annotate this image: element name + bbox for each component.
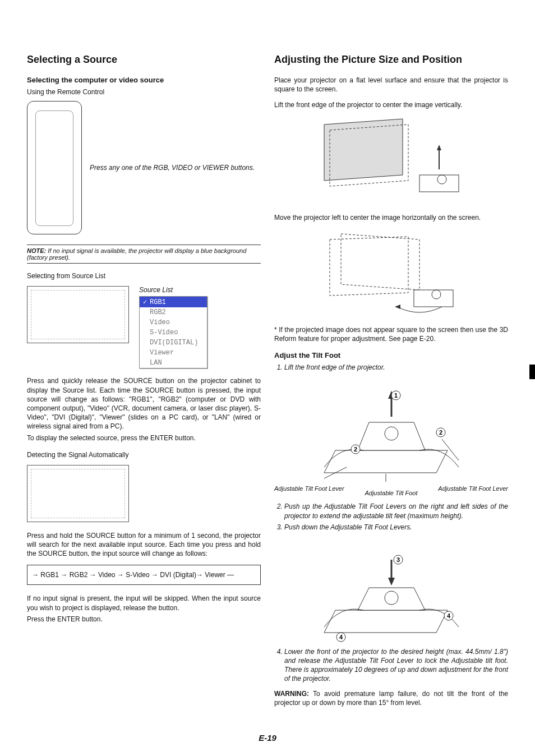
text-selecting-from-list: Selecting from Source List [27, 271, 261, 280]
warning-text: To avoid premature lamp failure, do not … [274, 690, 508, 707]
label-tilt-foot: Adjustable Tilt Foot [274, 490, 508, 496]
svg-marker-0 [324, 119, 403, 181]
svg-rect-2 [419, 175, 459, 192]
source-list-item: S-Video [140, 328, 207, 338]
tilt-figure-down: 3 4 4 [302, 537, 481, 644]
source-list-item: Video [140, 317, 207, 328]
svg-text:3: 3 [396, 556, 400, 563]
diagram-horizontal-center [307, 225, 476, 315]
warning-label: WARNING: [274, 690, 309, 698]
remote-control-illustration [27, 101, 82, 234]
svg-marker-7 [330, 237, 408, 296]
source-list-item-label: LAN [150, 359, 162, 367]
para-3dreform: * If the projected image does not appear… [274, 325, 508, 343]
side-tab [529, 365, 535, 379]
source-list-item-label: Viewer [150, 349, 174, 357]
projector-top-panel-illustration-2 [27, 465, 129, 522]
subheading-selecting-computer: Selecting the computer or video source [27, 76, 261, 84]
svg-line-22 [442, 439, 459, 460]
remote-caption: Press any one of the RGB, VIDEO or VIEWE… [90, 163, 261, 173]
step-4: Lower the front of the projector to the … [284, 647, 508, 684]
adjust-tilt-heading: Adjust the Tilt Foot [274, 351, 508, 359]
text-using-remote: Using the Remote Control [27, 87, 261, 96]
step-2: Push up the Adjustable Tilt Foot Levers … [284, 502, 508, 520]
left-column: Selecting a Source Selecting the compute… [27, 50, 261, 734]
source-list-item-label: RGB1 [150, 298, 166, 306]
right-column: Adjusting the Picture Size and Position … [274, 50, 508, 734]
source-list-menu: ✓RGB1RGB2VideoS-VideoDVI(DIGITAL)ViewerL… [139, 296, 207, 368]
svg-text:2: 2 [439, 429, 442, 436]
tilt-figure-up: 1 2 2 [302, 377, 481, 484]
source-list-item-label: DVI(DIGITAL) [150, 339, 198, 347]
svg-text:4: 4 [339, 634, 343, 640]
svg-marker-25 [324, 610, 448, 633]
source-sequence-box: → RGB1 → RGB2 → Video → S-Video → DVI (D… [27, 565, 261, 585]
step-3: Push down the Adjustable Tilt Foot Lever… [284, 523, 508, 532]
source-list-item: DVI(DIGITAL) [140, 338, 207, 348]
source-list-item: Viewer [140, 348, 207, 358]
para-place: Place your projector on a flat level sur… [274, 76, 508, 94]
heading-selecting-source: Selecting a Source [27, 54, 261, 66]
source-list-title: Source List [139, 286, 207, 294]
para-move-left: Move the projector left to center the im… [274, 213, 508, 222]
para-lift: Lift the front edge of the projector to … [274, 100, 508, 109]
note-label: NOTE: [27, 247, 46, 254]
para-source-cycle: Press and quickly release the SOURCE but… [27, 376, 261, 431]
source-list-item: RGB2 [140, 307, 207, 317]
svg-text:1: 1 [394, 392, 398, 399]
detect-auto-heading: Detecting the Signal Automatically [27, 450, 261, 459]
projector-top-panel-illustration [27, 286, 129, 343]
svg-marker-5 [437, 145, 441, 150]
para-no-signal: If no input signal is present, the input… [27, 594, 261, 612]
svg-marker-10 [395, 305, 400, 309]
svg-text:2: 2 [354, 446, 357, 453]
note-bar: NOTE: If no input signal is available, t… [27, 245, 261, 264]
diagram-vertical-center [307, 113, 476, 203]
warning-paragraph: WARNING: To avoid premature lamp failure… [274, 689, 508, 707]
source-list-item: ✓RGB1 [140, 297, 207, 307]
para-hold-source: Press and hold the SOURCE button for a m… [27, 531, 261, 559]
svg-rect-8 [414, 290, 453, 307]
svg-text:4: 4 [447, 612, 451, 619]
para-display-selected: To display the selected source, press th… [27, 434, 261, 442]
source-list-item-label: RGB2 [150, 308, 166, 316]
svg-marker-6 [341, 234, 419, 290]
source-list-item: LAN [140, 358, 207, 368]
svg-marker-29 [388, 578, 395, 586]
note-text: If no input signal is available, the pro… [27, 247, 246, 261]
step-1: Lift the front edge of the projector. [284, 363, 508, 372]
check-icon: ✓ [143, 298, 150, 306]
heading-adjusting: Adjusting the Picture Size and Position [274, 54, 508, 66]
source-list-item-label: S-Video [150, 329, 178, 336]
page-number: E-19 [0, 733, 535, 743]
para-press-enter: Press the ENTER button. [27, 615, 261, 624]
source-list-item-label: Video [150, 319, 170, 326]
